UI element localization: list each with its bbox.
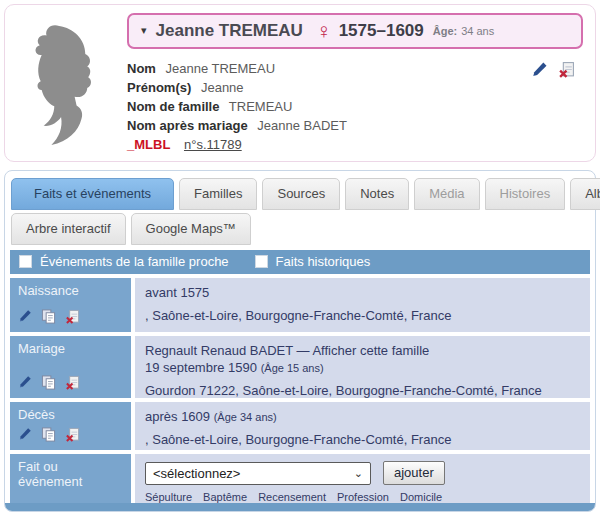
tab-google-maps[interactable]: Google Maps™ [131,213,251,245]
edit-name-button[interactable] [531,61,548,78]
add-fact-button[interactable]: ajouter [383,461,445,485]
add-fact-row: Fait ou événement <sélectionnez> ⌄ ajout… [10,454,590,503]
tab-row-2: Arbre interactif Google Maps™ [10,211,590,246]
event-content-cell: Regnault Renaud BADET — Afficher cette f… [135,336,590,398]
delete-icon [65,309,80,324]
quick-link-sepulture[interactable]: Sépulture [145,491,192,503]
add-fact-label-cell: Fait ou événement [10,454,131,503]
event-label: Mariage [18,341,123,356]
event-row-naissance: Naissance [10,278,590,332]
edit-fact-button[interactable] [18,427,32,442]
copy-icon [41,375,56,390]
tab-faits-et-evenements[interactable]: Faits et événements [11,178,174,210]
reference-link[interactable]: n°s.11789 [184,137,242,152]
tab-row-1: Faits et événements Familles Sources Not… [10,176,590,211]
panel-footer-bar [5,503,595,511]
separator: — [297,343,310,358]
edit-fact-button[interactable] [18,309,32,324]
person-header[interactable]: ▾ Jeanne TREMEAU ♀ 1575–1609 Âge: 34 ans [127,13,583,49]
custom-tag-label: _MLBL [127,137,170,152]
show-family-link[interactable]: Afficher cette famille [312,343,429,358]
portrait-silhouette[interactable] [5,5,121,161]
age-label: Âge: [433,25,457,37]
quick-link-bapteme[interactable]: Baptême [203,491,247,503]
pencil-icon [18,309,32,323]
delete-icon [65,427,80,442]
event-date: après 1609 [145,409,210,424]
edit-fact-button[interactable] [18,375,32,390]
copy-fact-button[interactable] [41,309,56,324]
caret-down-icon[interactable]: ▾ [141,24,147,37]
delete-fact-button[interactable] [65,427,80,442]
chevron-down-icon: ⌄ [354,467,363,480]
event-label-cell: Décès [10,402,131,450]
detail-label: Prénom(s) [127,80,191,95]
event-age: (Âge 15 ans) [261,362,324,374]
delete-name-button[interactable] [558,61,575,78]
quick-fact-links: Sépulture Baptême Recensement Profession… [145,491,580,503]
event-content-cell: après 1609 (Âge 34 ans) , Saône-et-Loire… [135,402,590,450]
detail-label: Nom de famille [127,99,219,114]
detail-label: Nom [127,61,156,76]
copy-fact-button[interactable] [41,427,56,442]
spouse-link[interactable]: Regnault Renaud BADET [145,343,293,358]
historic-facts-checkbox[interactable] [255,255,268,268]
person-summary: ▾ Jeanne TREMEAU ♀ 1575–1609 Âge: 34 ans… [121,5,595,161]
copy-icon [41,309,56,324]
tab-media[interactable]: Média [414,178,479,210]
delete-fact-button[interactable] [65,309,80,324]
person-name: Jeanne TREMEAU [156,21,303,41]
detail-value: Jeanne TREMEAU [166,61,276,76]
add-fact-content-cell: <sélectionnez> ⌄ ajouter Sépulture Baptê… [135,454,590,503]
copy-icon [41,427,56,442]
detail-value: TREMEAU [229,99,293,114]
detail-row-mlbl: _MLBL n°s.11789 [127,135,583,154]
copy-fact-button[interactable] [41,375,56,390]
family-events-label: Événements de la famille proche [40,254,229,269]
female-symbol-icon: ♀ [316,20,332,41]
name-details: Nom Jeanne TREMEAU Prénom(s) Jeanne Nom … [127,59,583,154]
detail-row-nom: Nom Jeanne TREMEAU [127,59,583,78]
quick-link-domicile[interactable]: Domicile [400,491,442,503]
event-row-mariage: Mariage [10,336,590,398]
fact-select-value: <sélectionnez> [153,466,240,481]
tabs-panel: Faits et événements Familles Sources Not… [4,170,596,512]
tab-arbre-interactif[interactable]: Arbre interactif [11,213,126,245]
event-place: , Saône-et-Loire, Bourgogne-Franche-Comt… [145,432,580,447]
event-label-cell: Naissance [10,278,131,332]
event-date: avant 1575 [145,285,580,300]
event-row-deces: Décès [10,402,590,450]
delete-fact-button[interactable] [65,375,80,390]
tab-familles[interactable]: Familles [179,178,257,210]
detail-value: Jeanne [201,80,244,95]
detail-row-nom-mariage: Nom après mariage Jeanne BADET [127,116,583,135]
event-label: Décès [18,407,123,422]
pencil-icon [18,427,32,441]
tab-album[interactable]: Album [570,178,600,210]
event-label-cell: Mariage [10,336,131,398]
age-value: 34 ans [461,25,494,37]
person-card: ▾ Jeanne TREMEAU ♀ 1575–1609 Âge: 34 ans… [4,4,596,162]
event-family-line: Regnault Renaud BADET — Afficher cette f… [145,343,580,358]
lifespan: 1575–1609 [339,21,424,41]
family-events-checkbox[interactable] [19,255,32,268]
detail-value: Jeanne BADET [257,118,347,133]
event-place: Gourdon 71222, Saône-et-Loire, Bourgogne… [145,383,580,398]
event-age: (Âge 34 ans) [214,411,277,423]
fact-select[interactable]: <sélectionnez> ⌄ [145,462,371,485]
tab-histoires[interactable]: Histoires [485,178,566,210]
historic-facts-label: Faits historiques [276,254,371,269]
filter-bar: Événements de la famille proche Faits hi… [10,250,590,274]
female-silhouette-icon [13,23,113,149]
event-date: 19 septembre 1590 [145,360,257,375]
pencil-icon [18,375,32,389]
tab-notes[interactable]: Notes [345,178,409,210]
tab-sources[interactable]: Sources [262,178,340,210]
event-date-line: après 1609 (Âge 34 ans) [145,409,580,424]
pencil-icon [531,61,548,78]
quick-link-profession[interactable]: Profession [337,491,389,503]
delete-icon [558,61,575,78]
quick-link-recensement[interactable]: Recensement [258,491,326,503]
delete-icon [65,375,80,390]
event-date-line: 19 septembre 1590 (Âge 15 ans) [145,360,580,375]
